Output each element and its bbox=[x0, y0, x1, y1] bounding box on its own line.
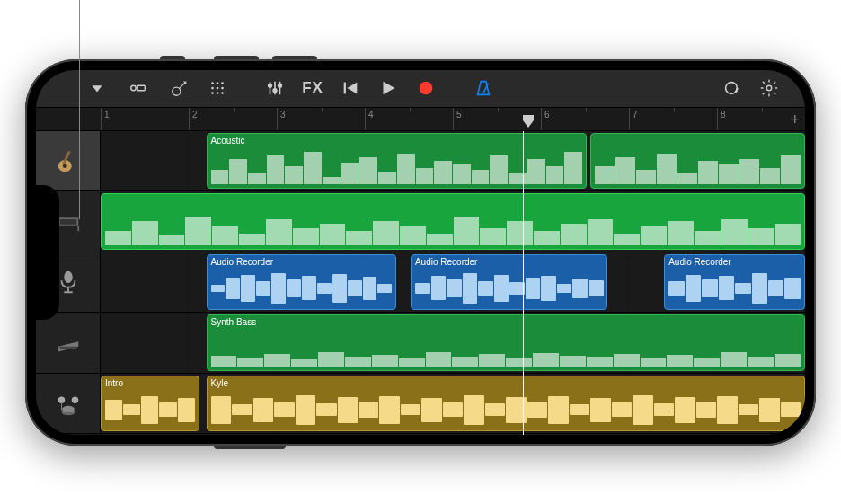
svg-point-20 bbox=[279, 84, 282, 87]
app-screen: FX 1 2 3 bbox=[36, 70, 805, 435]
ruler-bar[interactable]: 3 bbox=[277, 108, 365, 130]
region-synth[interactable]: Synth Bass bbox=[207, 314, 805, 371]
metronome-button[interactable] bbox=[465, 75, 501, 102]
region-audio-1[interactable]: Audio Recorder bbox=[207, 254, 397, 311]
acoustic-guitar-icon bbox=[55, 147, 82, 174]
track-header-acoustic[interactable] bbox=[36, 131, 100, 192]
main-toolbar: FX bbox=[36, 70, 805, 108]
waveform bbox=[668, 271, 801, 306]
ruler-bar[interactable]: 1 bbox=[101, 108, 189, 130]
region-acoustic-2[interactable] bbox=[590, 133, 805, 190]
region-label: Audio Recorder bbox=[211, 257, 273, 267]
dock-button[interactable] bbox=[117, 75, 160, 102]
svg-rect-40 bbox=[59, 346, 76, 349]
phone-button bbox=[160, 56, 185, 59]
svg-point-37 bbox=[64, 271, 72, 283]
track-header-drums[interactable] bbox=[36, 374, 100, 435]
ruler-bar[interactable]: 7 bbox=[629, 108, 717, 130]
ruler-bar[interactable]: 6 bbox=[541, 108, 629, 130]
grid-button[interactable] bbox=[199, 75, 235, 102]
region-label: Audio Recorder bbox=[415, 257, 477, 267]
svg-point-24 bbox=[420, 82, 433, 95]
phone-button bbox=[272, 56, 317, 59]
svg-rect-2 bbox=[137, 85, 145, 91]
region-keys[interactable] bbox=[101, 193, 805, 250]
svg-rect-34 bbox=[59, 220, 76, 225]
waveform bbox=[105, 393, 195, 428]
svg-point-8 bbox=[221, 82, 224, 84]
mixer-button[interactable] bbox=[257, 75, 293, 102]
region-label: Audio Recorder bbox=[668, 257, 730, 267]
track-lane[interactable]: Audio Recorder Audio Recorder Audio Reco… bbox=[101, 252, 805, 314]
track-lanes[interactable]: Acoustic bbox=[101, 131, 805, 435]
midi-content bbox=[211, 330, 801, 367]
svg-point-14 bbox=[221, 92, 224, 94]
ruler-bar[interactable]: 2 bbox=[189, 108, 277, 130]
region-audio-3[interactable]: Audio Recorder bbox=[664, 254, 805, 311]
synth-icon bbox=[55, 330, 82, 357]
region-label: Intro bbox=[105, 378, 123, 388]
midi-content bbox=[105, 198, 801, 245]
tracks-area: Acoustic bbox=[36, 131, 805, 435]
waveform bbox=[211, 271, 393, 306]
rewind-button[interactable] bbox=[332, 75, 368, 102]
drums-icon bbox=[55, 390, 82, 417]
record-button[interactable] bbox=[408, 75, 444, 102]
phone-frame: FX 1 2 3 bbox=[25, 59, 816, 446]
callout-line bbox=[79, 0, 80, 219]
play-button[interactable] bbox=[370, 75, 406, 102]
svg-point-18 bbox=[273, 89, 277, 93]
svg-point-7 bbox=[217, 82, 219, 84]
add-section-button[interactable]: + bbox=[790, 111, 800, 129]
svg-point-43 bbox=[62, 412, 74, 416]
svg-point-11 bbox=[221, 87, 224, 90]
waveform bbox=[211, 393, 801, 428]
svg-marker-29 bbox=[523, 115, 534, 128]
playhead-marker-icon[interactable] bbox=[521, 115, 536, 129]
track-header-synth[interactable] bbox=[36, 313, 100, 374]
svg-point-1 bbox=[131, 85, 137, 91]
region-acoustic[interactable]: Acoustic bbox=[207, 133, 587, 190]
svg-marker-0 bbox=[93, 85, 102, 92]
track-lane[interactable]: Intro Kyle bbox=[101, 374, 805, 435]
svg-point-12 bbox=[211, 92, 214, 94]
svg-point-6 bbox=[211, 82, 214, 84]
region-label: Acoustic bbox=[211, 136, 245, 146]
ruler[interactable]: 1 2 3 4 5 6 7 8 + bbox=[36, 108, 805, 131]
instrument-button[interactable] bbox=[162, 75, 198, 102]
region-drums-kyle[interactable]: Kyle bbox=[207, 376, 805, 432]
midi-content bbox=[595, 148, 801, 185]
track-lane[interactable]: Synth Bass bbox=[101, 313, 805, 374]
device-notch bbox=[36, 185, 59, 320]
playhead[interactable] bbox=[523, 131, 524, 435]
region-label: Kyle bbox=[211, 378, 228, 388]
waveform bbox=[415, 271, 604, 306]
midi-content bbox=[211, 148, 582, 185]
svg-marker-22 bbox=[347, 83, 357, 94]
svg-marker-23 bbox=[384, 82, 395, 95]
svg-point-9 bbox=[211, 87, 214, 90]
track-lane[interactable] bbox=[101, 191, 805, 252]
loop-button[interactable] bbox=[713, 75, 749, 102]
svg-point-16 bbox=[269, 84, 272, 87]
svg-point-13 bbox=[217, 92, 219, 94]
settings-button[interactable] bbox=[751, 75, 787, 102]
region-label: Synth Bass bbox=[211, 317, 257, 327]
region-audio-2[interactable]: Audio Recorder bbox=[411, 254, 608, 311]
browser-button[interactable] bbox=[79, 75, 115, 102]
track-lane[interactable]: Acoustic bbox=[101, 131, 805, 192]
phone-button bbox=[214, 446, 286, 449]
svg-point-28 bbox=[766, 85, 772, 91]
region-drums-intro[interactable]: Intro bbox=[101, 376, 199, 432]
svg-point-31 bbox=[62, 164, 66, 168]
phone-button bbox=[214, 56, 259, 59]
svg-rect-21 bbox=[344, 83, 346, 94]
fx-button[interactable]: FX bbox=[295, 75, 331, 102]
svg-point-10 bbox=[217, 87, 219, 90]
ruler-bar[interactable]: 4 bbox=[365, 108, 453, 130]
